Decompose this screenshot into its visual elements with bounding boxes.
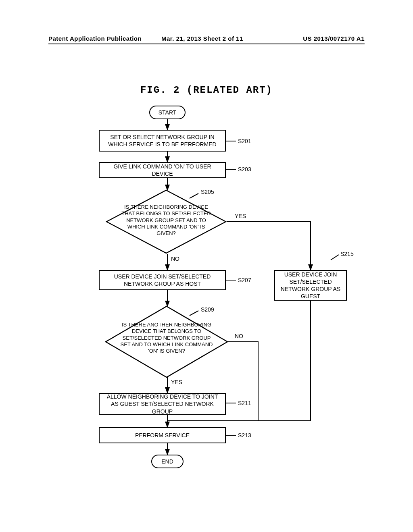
decision-s209-text: IS THERE ANOTHER NEIGHBORING DEVICE THAT… <box>119 322 215 354</box>
process-s213: PERFORM SERVICE <box>99 427 226 443</box>
header-mid: Mar. 21, 2013 Sheet 2 of 11 <box>161 35 243 42</box>
terminator-end: END <box>151 455 184 468</box>
label-s207: S207 <box>238 277 251 283</box>
decision-s209: IS THERE ANOTHER NEIGHBORING DEVICE THAT… <box>105 305 228 378</box>
label-s215: S215 <box>340 251 354 257</box>
label-s203: S203 <box>238 166 251 172</box>
edge-s209-no: NO <box>235 333 243 339</box>
process-s203: GIVE LINK COMMAND 'ON' TO USER DEVICE <box>99 162 226 178</box>
page: Patent Application Publication Mar. 21, … <box>0 0 413 532</box>
label-s211: S211 <box>238 400 251 406</box>
header-left: Patent Application Publication <box>48 35 142 42</box>
process-s215: USER DEVICE JOIN SET/SELECTED NETWORK GR… <box>274 270 347 301</box>
decision-s205-text: IS THERE NEIGHBORING DEVICE THAT BELONGS… <box>118 204 215 237</box>
process-s211: ALLOW NEIGHBORING DEVICE TO JOINT AS GUE… <box>99 393 226 415</box>
edge-s205-no: NO <box>171 256 179 262</box>
label-s205: S205 <box>201 189 214 195</box>
header-right: US 2013/0072170 A1 <box>303 35 365 42</box>
page-header: Patent Application Publication Mar. 21, … <box>48 35 365 44</box>
decision-s205: IS THERE NEIGHBORING DEVICE THAT BELONGS… <box>106 189 227 254</box>
label-s201: S201 <box>238 138 251 144</box>
edge-s205-yes: YES <box>235 213 246 219</box>
label-s213: S213 <box>238 432 251 438</box>
process-s201: SET OR SELECT NETWORK GROUP IN WHICH SER… <box>99 130 226 152</box>
terminator-start: START <box>149 106 186 119</box>
edge-s209-yes: YES <box>171 379 182 385</box>
label-s209: S209 <box>201 306 214 313</box>
figure-title: FIG. 2 (RELATED ART) <box>0 85 413 96</box>
flowchart-lines <box>0 0 413 532</box>
svg-line-16 <box>331 255 339 260</box>
process-s207: USER DEVICE JOIN SET/SELECTED NETWORK GR… <box>99 270 226 290</box>
